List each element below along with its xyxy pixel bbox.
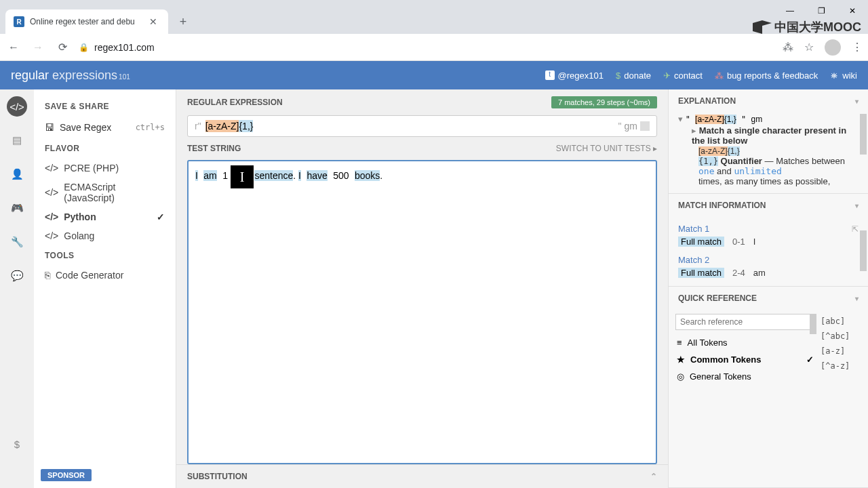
flavor-title: FLAVOR: [34, 138, 176, 159]
token-all[interactable]: ≡All Tokens: [675, 334, 815, 351]
twitter-link[interactable]: t@regex101: [545, 70, 604, 81]
save-regex-button[interactable]: 🖫 Save Regex ctrl+s: [34, 117, 176, 138]
sponsor-badge[interactable]: SPONSOR: [41, 469, 92, 481]
test-header: TEST STRING SWITCH TO UNIT TESTS ▸: [176, 137, 668, 160]
flags-icon[interactable]: [640, 121, 650, 131]
code-generator-button[interactable]: ⎘Code Generator: [34, 266, 176, 285]
test-string-input[interactable]: I am 1 test sentence. I have 500 books. …: [187, 160, 657, 464]
regex-header: REGULAR EXPRESSION 7 matches, 29 steps (…: [176, 89, 668, 115]
flavor-python[interactable]: </>Python✓: [34, 207, 176, 226]
match-2-row: Full match2-4am: [678, 268, 859, 278]
token-common[interactable]: ★Common Tokens✓: [675, 351, 815, 368]
delimiter-open: r": [195, 121, 201, 131]
right-panel: EXPLANATION▾ ▾ " [a-zA-Z]{1,} " gm ▸ Mat…: [668, 89, 868, 488]
app-header: regular expressions101 t@regex101 $donat…: [0, 61, 868, 89]
star-icon: ★: [677, 354, 685, 365]
token-example[interactable]: [^a-z]: [821, 359, 861, 373]
token-example[interactable]: [abc]: [821, 314, 861, 329]
watermark-logo: 中国大学MOOC: [753, 19, 861, 35]
address-bar[interactable]: 🔒 regex101.com: [79, 42, 774, 53]
back-button[interactable]: ←: [5, 39, 22, 56]
app-logo[interactable]: regular expressions101: [11, 68, 130, 83]
send-icon: ✈: [663, 70, 671, 81]
library-icon[interactable]: ▤: [7, 130, 27, 150]
wiki-icon: ⛯: [830, 70, 839, 81]
match-info-header[interactable]: MATCH INFORMATION▾: [669, 194, 868, 217]
chevron-down-icon: ▾: [855, 98, 859, 105]
check-icon: ✓: [157, 211, 165, 222]
export-icon[interactable]: ⇱: [852, 224, 859, 234]
match-info-body: Match 1⇱ Full match0-1I Match 2 Full mat…: [669, 217, 868, 286]
forward-button[interactable]: →: [30, 39, 46, 56]
chrome-menu-icon[interactable]: ⋮: [852, 41, 863, 54]
chevron-down-icon: ▾: [855, 295, 859, 302]
chat-icon[interactable]: 💬: [7, 266, 27, 286]
code-icon: </>: [45, 187, 58, 198]
code-icon: </>: [45, 230, 58, 241]
match-1-row: Full match0-1I: [678, 237, 859, 247]
donate-link[interactable]: $donate: [616, 70, 651, 81]
close-tab-icon[interactable]: ✕: [146, 16, 160, 27]
url-text: regex101.com: [94, 42, 155, 53]
flavor-pcre[interactable]: </>PCRE (PHP): [34, 159, 176, 178]
twitter-icon: t: [545, 70, 555, 80]
match-1-label: Match 1⇱: [678, 224, 859, 234]
reload-button[interactable]: ⟳: [54, 39, 71, 56]
contact-link[interactable]: ✈contact: [663, 70, 703, 81]
chevron-up-icon: ⌃: [650, 472, 657, 481]
bug-icon: ⁂: [715, 70, 724, 81]
bookmark-icon[interactable]: ☆: [804, 41, 814, 54]
search-reference-input[interactable]: [675, 314, 815, 330]
match-2-label: Match 2: [678, 255, 859, 265]
lock-icon: 🔒: [79, 43, 89, 52]
settings-icon[interactable]: 🔧: [7, 232, 27, 252]
quick-ref-header[interactable]: QUICK REFERENCE▾: [669, 287, 868, 310]
substitution-header[interactable]: SUBSTITUTION ⌃: [176, 464, 668, 488]
browser-toolbar: ← → ⟳ 🔒 regex101.com ⁂ ☆ ⋮: [0, 34, 868, 61]
tools-title: TOOLS: [34, 245, 176, 266]
flags-text[interactable]: gm: [625, 121, 637, 131]
token-example[interactable]: [a-z]: [821, 344, 861, 359]
code-icon: </>: [45, 211, 58, 222]
flavor-golang[interactable]: </>Golang: [34, 226, 176, 245]
target-icon: ◎: [677, 371, 684, 382]
new-tab-button[interactable]: +: [174, 12, 193, 31]
code-icon: </>: [45, 163, 58, 174]
wiki-link[interactable]: ⛯wiki: [830, 70, 857, 81]
favicon-icon: R: [14, 16, 24, 27]
token-example[interactable]: [^abc]: [821, 329, 861, 344]
account-icon[interactable]: 👤: [7, 164, 27, 184]
scrollbar-thumb[interactable]: [810, 314, 816, 334]
chevron-down-icon: ▾: [855, 202, 859, 209]
tab-title: Online regex tester and debu: [30, 17, 135, 26]
save-shortcut: ctrl+s: [136, 123, 165, 132]
scrollbar-thumb[interactable]: [860, 114, 867, 155]
match-count-badge: 7 matches, 29 steps (~0ms): [551, 96, 657, 108]
save-icon: 🖫: [45, 122, 54, 133]
quick-ref-body: ≡All Tokens ★Common Tokens✓ ◎General Tok…: [669, 310, 868, 389]
save-share-title: SAVE & SHARE: [34, 96, 176, 117]
flavor-ecma[interactable]: </>ECMAScript (JavaScript): [34, 178, 176, 207]
db-icon: ≡: [677, 338, 682, 348]
regex-charclass: [a-zA-Z]: [205, 120, 239, 132]
translate-icon[interactable]: ⁂: [783, 41, 793, 54]
switch-unit-tests-link[interactable]: SWITCH TO UNIT TESTS ▸: [556, 144, 657, 153]
check-icon: ✓: [806, 354, 814, 365]
profile-avatar[interactable]: [825, 39, 841, 56]
browser-tab[interactable]: R Online regex tester and debu ✕: [5, 9, 168, 34]
center-panel: REGULAR EXPRESSION 7 matches, 29 steps (…: [176, 89, 668, 488]
editor-icon[interactable]: </>: [7, 96, 27, 117]
explanation-body: ▾ " [a-zA-Z]{1,} " gm ▸ Match a single c…: [669, 114, 868, 193]
delimiter-close: ": [618, 121, 622, 131]
gen-icon: ⎘: [45, 270, 50, 281]
text-cursor-icon: I: [231, 165, 254, 188]
icon-rail: </> ▤ 👤 🎮 🔧 💬 $: [0, 89, 34, 488]
regex-input[interactable]: r" [a-zA-Z]{1,} " gm: [187, 115, 657, 137]
bugs-link[interactable]: ⁂bug reports & feedback: [715, 70, 818, 81]
token-general[interactable]: ◎General Tokens: [675, 368, 815, 385]
scrollbar-thumb[interactable]: [860, 230, 867, 271]
regex-quantifier: {1,}: [239, 120, 253, 132]
quiz-icon[interactable]: 🎮: [7, 198, 27, 218]
sponsor-icon[interactable]: $: [7, 434, 27, 454]
explanation-header[interactable]: EXPLANATION▾: [669, 89, 868, 113]
